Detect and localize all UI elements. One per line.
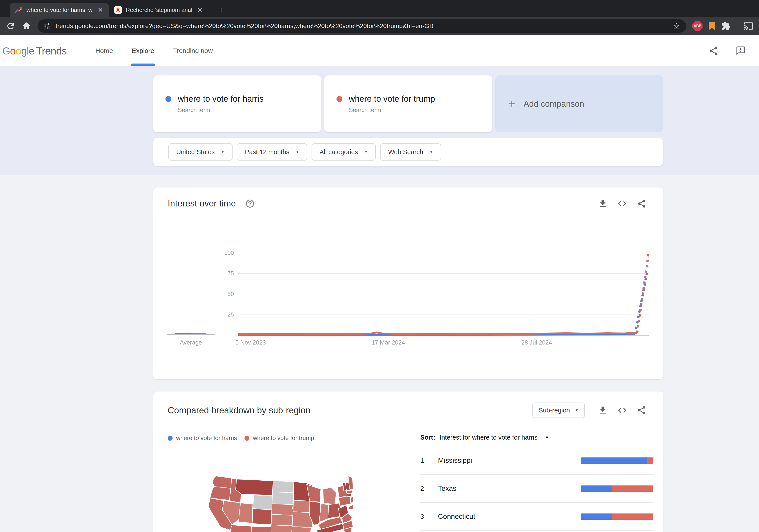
browser-toolbar: trends.google.com/trends/explore?geo=US&… bbox=[0, 17, 759, 35]
bookmark-star-icon[interactable] bbox=[672, 22, 680, 30]
reload-icon[interactable] bbox=[6, 21, 16, 31]
cast-icon[interactable] bbox=[743, 21, 753, 31]
new-tab-button[interactable]: + bbox=[215, 5, 227, 15]
header-actions bbox=[708, 46, 746, 56]
term-label: where to vote for trump bbox=[349, 94, 435, 104]
share-icon[interactable] bbox=[708, 46, 718, 56]
map-state-MD[interactable] bbox=[348, 505, 353, 510]
subregion-row[interactable]: 2Texas bbox=[420, 475, 653, 503]
term-label: where to vote for harris bbox=[178, 94, 264, 104]
subregion-title: Compared breakdown by sub-region bbox=[168, 405, 310, 415]
average-label: Average bbox=[167, 339, 215, 346]
term-card-harris[interactable]: where to vote for harris Search term bbox=[153, 75, 321, 132]
logo-trends: Trends bbox=[36, 45, 67, 57]
share-icon[interactable] bbox=[637, 405, 647, 415]
adblock-extension-icon[interactable]: ABP bbox=[692, 21, 702, 31]
interest-over-time-title: Interest over time bbox=[168, 199, 236, 209]
active-nav-underline bbox=[131, 63, 155, 66]
map-state-SD[interactable] bbox=[272, 492, 294, 505]
sort-control[interactable]: Sort: Interest for where to vote for har… bbox=[420, 434, 549, 441]
url-text[interactable]: trends.google.com/trends/explore?geo=US&… bbox=[56, 22, 668, 29]
tab-close-icon[interactable]: ✕ bbox=[97, 6, 104, 14]
chart-series-line bbox=[238, 332, 637, 334]
toolbar-separator bbox=[737, 21, 738, 30]
embed-code-icon[interactable] bbox=[618, 405, 627, 415]
chevron-down-icon: ▼ bbox=[575, 408, 579, 412]
tab-title: where to vote for harris, wher bbox=[26, 7, 93, 14]
harris-bar-segment bbox=[581, 457, 647, 464]
feedback-icon[interactable] bbox=[736, 46, 746, 56]
trump-bar-segment bbox=[612, 485, 653, 492]
tab-separator bbox=[210, 6, 210, 14]
browser-tab-trends[interactable]: where to vote for harris, wher ✕ bbox=[10, 3, 109, 17]
logo-google: Google bbox=[2, 45, 34, 57]
nav-trending-now[interactable]: Trending now bbox=[173, 35, 213, 66]
tab-title: Recherche 'stepmom anal' - ) bbox=[126, 7, 192, 14]
x-tick-label: 17 Mar 2024 bbox=[372, 339, 405, 346]
nav-home[interactable]: Home bbox=[95, 35, 113, 66]
filters-bar: United States▼ Past 12 months▼ All categ… bbox=[153, 138, 663, 166]
trends-nav: Home Explore Trending now bbox=[95, 35, 213, 66]
subregion-dropdown[interactable]: Sub-region▼ bbox=[533, 402, 585, 418]
map-state-WY[interactable] bbox=[253, 495, 274, 510]
map-state-MT[interactable] bbox=[236, 479, 273, 495]
legend-item-harris: where to vote for harris bbox=[168, 435, 237, 441]
term-card-trump[interactable]: where to vote for trump Search term bbox=[324, 75, 492, 132]
harris-legend-dot bbox=[168, 436, 173, 441]
map-state-UT[interactable] bbox=[239, 503, 253, 523]
download-icon[interactable] bbox=[598, 405, 608, 415]
chevron-down-icon: ▼ bbox=[429, 150, 433, 154]
map-state-NM[interactable] bbox=[251, 526, 272, 532]
x-tick-label: 28 Jul 2024 bbox=[521, 339, 552, 346]
category-filter-dropdown[interactable]: All categories▼ bbox=[311, 143, 376, 161]
map-state-CO[interactable] bbox=[252, 509, 273, 524]
subregion-name: Texas bbox=[438, 484, 457, 493]
time-filter-dropdown[interactable]: Past 12 months▼ bbox=[237, 143, 307, 161]
map-state-IA[interactable] bbox=[293, 500, 311, 513]
average-axis-line bbox=[167, 334, 215, 335]
searchtype-filter-dropdown[interactable]: Web Search▼ bbox=[380, 143, 441, 161]
subregion-name: Mississippi bbox=[438, 456, 472, 465]
trump-bar-segment bbox=[612, 513, 653, 520]
trump-series-dot bbox=[337, 96, 342, 102]
tab-close-icon[interactable]: ✕ bbox=[196, 6, 204, 14]
map-state-CT[interactable] bbox=[347, 493, 351, 497]
map-state-MI[interactable] bbox=[323, 487, 336, 505]
url-bar[interactable]: trends.google.com/trends/explore?geo=US&… bbox=[37, 19, 686, 33]
us-choropleth-map[interactable] bbox=[207, 472, 353, 532]
interest-over-time-card: Interest over time 100755025 Average 5 N… bbox=[153, 187, 663, 379]
map-state-AR[interactable] bbox=[291, 527, 311, 532]
browser-tab-other[interactable]: X Recherche 'stepmom anal' - ) ✕ bbox=[109, 3, 208, 17]
trends-favicon-icon bbox=[15, 6, 22, 14]
subregion-compare-bar bbox=[581, 513, 653, 520]
trump-legend-dot bbox=[245, 436, 249, 441]
screen: where to vote for harris, wher ✕ X Reche… bbox=[0, 0, 759, 532]
nav-explore[interactable]: Explore bbox=[132, 35, 154, 66]
geo-filter-dropdown[interactable]: United States▼ bbox=[168, 143, 232, 161]
add-comparison-button[interactable]: Add comparison bbox=[495, 75, 663, 132]
bookmark-extension-icon[interactable] bbox=[709, 22, 715, 30]
map-state-NJ[interactable] bbox=[350, 497, 353, 503]
plus-icon bbox=[507, 99, 517, 109]
term-sublabel: Search term bbox=[349, 107, 483, 114]
extensions-puzzle-icon[interactable] bbox=[721, 21, 731, 31]
map-state-OR[interactable] bbox=[210, 486, 231, 500]
site-settings-icon[interactable] bbox=[43, 22, 51, 30]
add-comparison-label: Add comparison bbox=[524, 99, 584, 109]
map-legend: where to vote for harris where to vote f… bbox=[168, 435, 314, 441]
harris-series-dot bbox=[166, 96, 171, 102]
subregion-row[interactable]: 3Connecticut bbox=[420, 503, 653, 531]
subregion-list: 1Mississippi2Texas3Connecticut bbox=[420, 447, 653, 531]
google-trends-logo[interactable]: Google Trends bbox=[2, 45, 67, 57]
embed-code-icon[interactable] bbox=[618, 199, 627, 209]
y-tick-label: 100 bbox=[214, 249, 234, 256]
subregion-row[interactable]: 1Mississippi bbox=[420, 447, 653, 475]
map-state-AZ[interactable] bbox=[230, 525, 252, 532]
help-icon[interactable] bbox=[245, 199, 255, 209]
home-icon[interactable] bbox=[21, 21, 31, 31]
share-icon[interactable] bbox=[637, 199, 647, 209]
chevron-down-icon: ▼ bbox=[296, 150, 299, 154]
download-icon[interactable] bbox=[598, 199, 608, 209]
map-state-ND[interactable] bbox=[272, 481, 294, 493]
interest-line-chart[interactable] bbox=[238, 250, 649, 339]
